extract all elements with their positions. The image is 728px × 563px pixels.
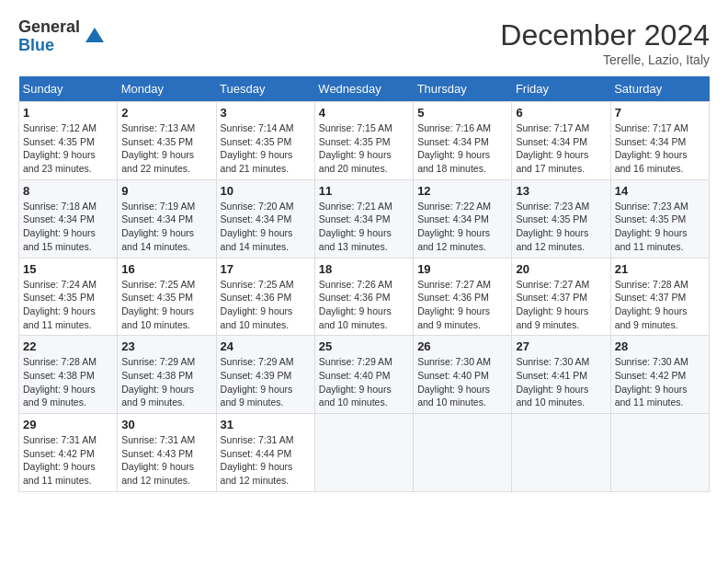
calendar-cell: 12 Sunrise: 7:22 AM Sunset: 4:34 PM Dayl…	[414, 179, 512, 258]
day-info: Sunrise: 7:12 AM Sunset: 4:35 PM Dayligh…	[23, 121, 113, 176]
day-info: Sunrise: 7:28 AM Sunset: 4:37 PM Dayligh…	[615, 278, 705, 332]
day-info: Sunrise: 7:31 AM Sunset: 4:43 PM Dayligh…	[121, 433, 211, 488]
day-number: 20	[516, 262, 606, 276]
day-number: 7	[615, 106, 705, 120]
day-number: 25	[319, 339, 409, 353]
day-number: 26	[417, 339, 507, 353]
calendar-header-row: SundayMondayTuesdayWednesdayThursdayFrid…	[19, 76, 710, 102]
day-info: Sunrise: 7:21 AM Sunset: 4:34 PM Dayligh…	[319, 200, 409, 254]
day-number: 6	[516, 106, 606, 120]
calendar-week-row: 8 Sunrise: 7:18 AM Sunset: 4:34 PM Dayli…	[19, 179, 710, 258]
logo-icon	[84, 26, 106, 48]
day-number: 29	[23, 418, 113, 431]
calendar-week-row: 1 Sunrise: 7:12 AM Sunset: 4:35 PM Dayli…	[19, 102, 710, 180]
day-number: 3	[221, 106, 311, 120]
day-number: 2	[121, 106, 211, 120]
calendar-week-row: 15 Sunrise: 7:24 AM Sunset: 4:35 PM Dayl…	[19, 258, 710, 336]
day-number: 27	[516, 339, 606, 353]
day-number: 11	[319, 184, 409, 198]
svg-marker-0	[85, 28, 104, 42]
day-info: Sunrise: 7:24 AM Sunset: 4:35 PM Dayligh…	[23, 278, 113, 332]
day-number: 22	[23, 339, 113, 353]
day-number: 24	[221, 339, 311, 353]
calendar-cell: 23 Sunrise: 7:29 AM Sunset: 4:38 PM Dayl…	[118, 336, 216, 414]
location: Terelle, Lazio, Italy	[500, 52, 710, 67]
day-info: Sunrise: 7:23 AM Sunset: 4:35 PM Dayligh…	[516, 200, 606, 254]
logo-general: General	[18, 18, 80, 37]
day-number: 14	[615, 184, 705, 198]
weekday-header: Friday	[512, 76, 610, 102]
day-info: Sunrise: 7:27 AM Sunset: 4:36 PM Dayligh…	[417, 278, 507, 332]
weekday-header: Sunday	[19, 76, 118, 102]
day-info: Sunrise: 7:13 AM Sunset: 4:35 PM Dayligh…	[121, 121, 211, 176]
day-info: Sunrise: 7:18 AM Sunset: 4:34 PM Dayligh…	[23, 200, 113, 254]
calendar-cell: 13 Sunrise: 7:23 AM Sunset: 4:35 PM Dayl…	[512, 179, 610, 258]
day-info: Sunrise: 7:15 AM Sunset: 4:35 PM Dayligh…	[319, 121, 409, 176]
title-block: December 2024 Terelle, Lazio, Italy	[500, 18, 710, 67]
calendar-cell: 28 Sunrise: 7:30 AM Sunset: 4:42 PM Dayl…	[610, 336, 709, 414]
day-number: 13	[516, 184, 606, 198]
calendar-cell: 3 Sunrise: 7:14 AM Sunset: 4:35 PM Dayli…	[216, 102, 314, 180]
day-info: Sunrise: 7:22 AM Sunset: 4:34 PM Dayligh…	[417, 200, 507, 254]
weekday-header: Wednesday	[314, 76, 413, 102]
calendar-cell: 25 Sunrise: 7:29 AM Sunset: 4:40 PM Dayl…	[314, 336, 413, 414]
day-number: 4	[319, 106, 409, 120]
calendar-table: SundayMondayTuesdayWednesdayThursdayFrid…	[18, 76, 710, 492]
day-info: Sunrise: 7:25 AM Sunset: 4:36 PM Dayligh…	[221, 278, 311, 332]
calendar-cell: 4 Sunrise: 7:15 AM Sunset: 4:35 PM Dayli…	[314, 102, 413, 180]
calendar-cell: 24 Sunrise: 7:29 AM Sunset: 4:39 PM Dayl…	[216, 336, 314, 414]
day-info: Sunrise: 7:30 AM Sunset: 4:42 PM Dayligh…	[615, 355, 705, 409]
calendar-cell: 17 Sunrise: 7:25 AM Sunset: 4:36 PM Dayl…	[216, 258, 314, 336]
day-info: Sunrise: 7:14 AM Sunset: 4:35 PM Dayligh…	[221, 121, 311, 176]
day-info: Sunrise: 7:30 AM Sunset: 4:41 PM Dayligh…	[516, 355, 606, 409]
weekday-header: Thursday	[414, 76, 512, 102]
month-title: December 2024	[500, 18, 710, 52]
calendar-cell: 18 Sunrise: 7:26 AM Sunset: 4:36 PM Dayl…	[314, 258, 413, 336]
calendar-cell: 14 Sunrise: 7:23 AM Sunset: 4:35 PM Dayl…	[610, 179, 709, 258]
calendar-cell	[314, 414, 413, 492]
calendar-cell: 2 Sunrise: 7:13 AM Sunset: 4:35 PM Dayli…	[118, 102, 216, 180]
calendar-cell: 30 Sunrise: 7:31 AM Sunset: 4:43 PM Dayl…	[118, 414, 216, 492]
calendar-cell: 8 Sunrise: 7:18 AM Sunset: 4:34 PM Dayli…	[19, 179, 118, 258]
calendar-cell: 15 Sunrise: 7:24 AM Sunset: 4:35 PM Dayl…	[19, 258, 118, 336]
day-number: 19	[417, 262, 507, 276]
day-info: Sunrise: 7:17 AM Sunset: 4:34 PM Dayligh…	[516, 121, 606, 176]
day-number: 8	[23, 184, 113, 198]
day-info: Sunrise: 7:29 AM Sunset: 4:40 PM Dayligh…	[319, 355, 409, 409]
day-number: 30	[121, 418, 211, 431]
day-info: Sunrise: 7:28 AM Sunset: 4:38 PM Dayligh…	[23, 355, 113, 409]
calendar-cell: 19 Sunrise: 7:27 AM Sunset: 4:36 PM Dayl…	[414, 258, 512, 336]
calendar-cell: 21 Sunrise: 7:28 AM Sunset: 4:37 PM Dayl…	[610, 258, 709, 336]
calendar-cell: 26 Sunrise: 7:30 AM Sunset: 4:40 PM Dayl…	[414, 336, 512, 414]
page-header: General Blue December 2024 Terelle, Lazi…	[18, 18, 710, 67]
day-info: Sunrise: 7:29 AM Sunset: 4:39 PM Dayligh…	[221, 355, 311, 409]
calendar-week-row: 22 Sunrise: 7:28 AM Sunset: 4:38 PM Dayl…	[19, 336, 710, 414]
day-info: Sunrise: 7:30 AM Sunset: 4:40 PM Dayligh…	[417, 355, 507, 409]
calendar-cell	[610, 414, 709, 492]
calendar-cell: 7 Sunrise: 7:17 AM Sunset: 4:34 PM Dayli…	[610, 102, 709, 180]
calendar-cell: 5 Sunrise: 7:16 AM Sunset: 4:34 PM Dayli…	[414, 102, 512, 180]
calendar-cell: 9 Sunrise: 7:19 AM Sunset: 4:34 PM Dayli…	[118, 179, 216, 258]
day-number: 28	[615, 339, 705, 353]
day-number: 23	[121, 339, 211, 353]
calendar-cell: 10 Sunrise: 7:20 AM Sunset: 4:34 PM Dayl…	[216, 179, 314, 258]
day-info: Sunrise: 7:20 AM Sunset: 4:34 PM Dayligh…	[221, 200, 311, 254]
day-number: 17	[221, 262, 311, 276]
day-info: Sunrise: 7:25 AM Sunset: 4:35 PM Dayligh…	[121, 278, 211, 332]
day-info: Sunrise: 7:16 AM Sunset: 4:34 PM Dayligh…	[417, 121, 507, 176]
calendar-cell: 31 Sunrise: 7:31 AM Sunset: 4:44 PM Dayl…	[216, 414, 314, 492]
day-number: 15	[23, 262, 113, 276]
calendar-week-row: 29 Sunrise: 7:31 AM Sunset: 4:42 PM Dayl…	[19, 414, 710, 492]
weekday-header: Tuesday	[216, 76, 314, 102]
day-info: Sunrise: 7:17 AM Sunset: 4:34 PM Dayligh…	[615, 121, 705, 176]
logo: General Blue	[18, 18, 106, 55]
day-number: 21	[615, 262, 705, 276]
calendar-cell: 27 Sunrise: 7:30 AM Sunset: 4:41 PM Dayl…	[512, 336, 610, 414]
calendar-cell: 6 Sunrise: 7:17 AM Sunset: 4:34 PM Dayli…	[512, 102, 610, 180]
day-number: 12	[417, 184, 507, 198]
day-number: 10	[221, 184, 311, 198]
day-info: Sunrise: 7:29 AM Sunset: 4:38 PM Dayligh…	[121, 355, 211, 409]
day-info: Sunrise: 7:31 AM Sunset: 4:44 PM Dayligh…	[221, 433, 311, 488]
day-number: 31	[221, 418, 311, 431]
weekday-header: Saturday	[610, 76, 709, 102]
